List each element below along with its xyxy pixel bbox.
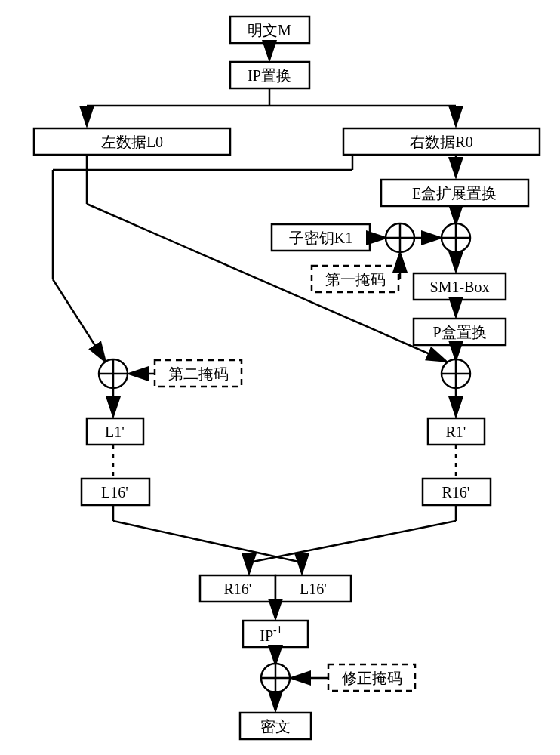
svg-line-39 — [113, 521, 302, 562]
xor-left — [99, 359, 128, 388]
sm1-label: SM1-Box — [430, 279, 490, 295]
mask1-label: 第一掩码 — [325, 271, 386, 288]
xor-ebox — [442, 223, 470, 252]
subkey-label: 子密钥K1 — [289, 230, 352, 246]
corrmask-label: 修正掩码 — [342, 670, 402, 686]
r16p-swap-label: R16' — [224, 581, 252, 597]
r0-label: 右数据R0 — [410, 134, 472, 150]
svg-line-40 — [249, 521, 456, 562]
xor-right — [442, 359, 470, 388]
r1p-label: R1' — [446, 424, 466, 440]
l16p-label: L16' — [101, 484, 128, 501]
xor-subkey — [386, 223, 414, 252]
cipher-label: 密文 — [260, 718, 291, 735]
mask2-label: 第二掩码 — [168, 365, 229, 382]
des-diagram: 明文M IP置换 左数据L0 右数据R0 E盒扩展置换 子密钥K1 第一掩码 S… — [0, 0, 560, 755]
ebox-label: E盒扩展置换 — [412, 185, 497, 202]
plaintext-label: 明文M — [248, 22, 291, 39]
xor-corr — [261, 664, 290, 692]
svg-line-10 — [53, 279, 105, 361]
ip-label: IP置换 — [248, 67, 291, 84]
l0-label: 左数据L0 — [101, 134, 163, 150]
r16p-label: R16' — [442, 484, 470, 501]
l1p-label: L1' — [105, 424, 125, 440]
l16p-swap-label: L16' — [300, 581, 327, 597]
pbox-label: P盒置换 — [432, 324, 486, 341]
